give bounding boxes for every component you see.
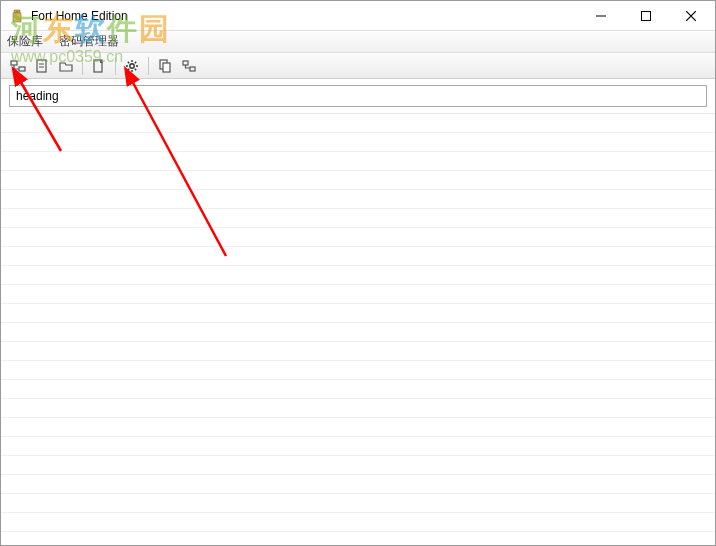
list-row [1,418,715,437]
list-row [1,323,715,342]
list-row [1,361,715,380]
new-item-icon[interactable] [31,55,53,77]
list-row [1,266,715,285]
svg-point-7 [130,63,134,67]
menubar: 保险库 密码管理器 [1,31,715,53]
minimize-button[interactable] [578,2,623,30]
list-row [1,209,715,228]
svg-rect-2 [641,11,650,20]
folder-tree-icon[interactable] [7,55,29,77]
menu-password-manager[interactable]: 密码管理器 [59,33,119,50]
titlebar: Fort Home Edition [1,1,715,31]
edit-icon[interactable] [88,55,110,77]
app-icon [9,8,25,24]
open-icon[interactable] [55,55,77,77]
list-row [1,304,715,323]
list-area[interactable] [1,114,715,544]
settings-icon[interactable] [121,55,143,77]
list-row [1,475,715,494]
list-row [1,399,715,418]
toolbar-separator [148,57,149,75]
search-row [1,79,715,114]
list-row [1,285,715,304]
list-row [1,380,715,399]
list-row [1,190,715,209]
window-title: Fort Home Edition [31,9,578,23]
copy-icon[interactable] [154,55,176,77]
list-row [1,513,715,532]
list-row [1,456,715,475]
svg-point-0 [16,10,18,12]
list-row [1,152,715,171]
toolbar [1,53,715,79]
toolbar-separator [115,57,116,75]
svg-rect-1 [13,13,21,22]
maximize-button[interactable] [623,2,668,30]
svg-rect-9 [163,63,170,72]
svg-rect-5 [37,60,46,72]
search-input[interactable] [9,85,707,107]
menu-vault[interactable]: 保险库 [7,33,43,50]
list-row [1,494,715,513]
list-row [1,171,715,190]
network-icon[interactable] [178,55,200,77]
list-row [1,114,715,133]
list-row [1,247,715,266]
close-button[interactable] [668,2,713,30]
list-row [1,133,715,152]
list-row [1,342,715,361]
toolbar-separator [82,57,83,75]
svg-rect-4 [19,67,25,71]
svg-rect-10 [183,61,188,65]
svg-rect-3 [11,61,17,65]
svg-rect-11 [190,67,195,71]
list-row [1,228,715,247]
list-row [1,437,715,456]
window-controls [578,2,713,30]
